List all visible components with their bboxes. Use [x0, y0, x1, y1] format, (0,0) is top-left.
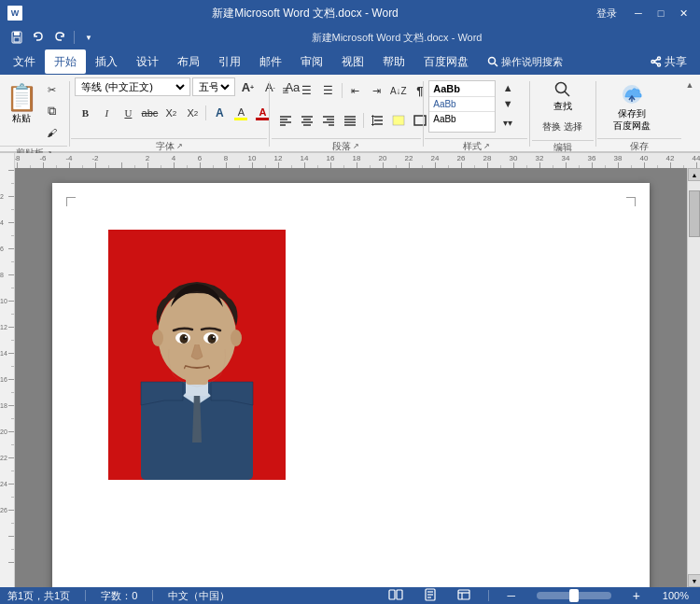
underline-button[interactable]: U	[118, 103, 138, 123]
zoom-slider-thumb[interactable]	[569, 589, 579, 602]
menu-review[interactable]: 审阅	[291, 49, 332, 74]
document-image[interactable]	[108, 230, 286, 480]
svg-point-53	[213, 336, 215, 338]
redo-button[interactable]	[50, 28, 69, 47]
font-size-select[interactable]: 五号	[195, 78, 232, 95]
decrease-indent-button[interactable]: ⇤	[345, 80, 366, 101]
save-quick-button[interactable]	[7, 28, 26, 47]
v-ruler: 2468101214161820222426	[0, 168, 15, 587]
status-sep1	[85, 590, 86, 601]
scroll-track[interactable]	[688, 181, 700, 574]
font-label: 字体 ↗	[71, 138, 267, 153]
text-highlight-button[interactable]: A	[231, 103, 251, 123]
menu-design[interactable]: 设计	[127, 49, 168, 74]
justify-button[interactable]	[340, 110, 360, 131]
doc-scroll-area[interactable]	[15, 168, 687, 587]
title-bar: W 新建Microsoft Word 文档.docx - Word 登录 ─ □…	[0, 0, 700, 26]
word-logo: W	[7, 6, 22, 21]
restore-button[interactable]: □	[651, 5, 670, 21]
svg-rect-55	[397, 590, 402, 599]
web-view-button[interactable]	[455, 588, 473, 604]
page-view-button[interactable]	[421, 588, 440, 604]
collapse-ribbon-button[interactable]: ▲	[683, 78, 696, 91]
menu-share[interactable]: 共享	[641, 49, 696, 74]
close-button[interactable]: ✕	[674, 5, 693, 21]
superscript-button[interactable]: X2	[182, 103, 203, 123]
svg-line-33	[565, 91, 569, 96]
font-color-button[interactable]: A	[252, 103, 273, 123]
styles-scroll-down[interactable]: ▼	[497, 96, 518, 111]
undo-button[interactable]	[29, 28, 48, 47]
text-effect-button[interactable]: A	[209, 103, 230, 123]
baidu-save-button[interactable]: 保存到百度网盘	[601, 79, 663, 133]
scroll-up-button[interactable]: ▲	[688, 168, 700, 181]
font-expand[interactable]: ↗	[176, 142, 183, 150]
subscript-button[interactable]: X2	[161, 103, 181, 123]
menu-view[interactable]: 视图	[332, 49, 373, 74]
qa-customize-button[interactable]: ▼	[79, 28, 98, 47]
svg-point-44	[152, 330, 163, 346]
find-button[interactable]: 查找	[539, 77, 586, 115]
bold-button[interactable]: B	[75, 103, 95, 123]
menu-search[interactable]: 操作说明搜索	[478, 49, 572, 74]
format-painter-button[interactable]: 🖌	[40, 122, 63, 143]
numbering-button[interactable]: ☰	[297, 80, 317, 101]
font-divider	[205, 105, 206, 120]
paragraph-group: ≡ ☰ ☰ ⇤ ⇥ A↓Z ¶	[272, 75, 421, 153]
styles-group: AaBb AaBb AaBb ▲ ▼ ▾▾ 样式 ↗	[425, 75, 527, 153]
increase-indent-button[interactable]: ⇥	[367, 80, 387, 101]
menu-home[interactable]: 开始	[45, 49, 86, 74]
paragraph-expand[interactable]: ↗	[353, 142, 359, 150]
shading-button[interactable]	[388, 110, 409, 131]
menu-baidu[interactable]: 百度网盘	[414, 49, 478, 74]
scroll-thumb[interactable]	[689, 190, 700, 237]
paste-button[interactable]: 📋 粘贴	[3, 77, 40, 132]
paragraph-label: 段落 ↗	[272, 138, 421, 153]
italic-button[interactable]: I	[96, 103, 117, 123]
increase-font-button[interactable]: A+	[237, 77, 258, 97]
menu-layout[interactable]: 布局	[168, 49, 209, 74]
font-size-container: 五号	[192, 77, 235, 96]
menu-insert[interactable]: 插入	[86, 49, 127, 74]
find-icon	[553, 80, 572, 99]
filename-label: 新建Microsoft Word 文档.docx - Word	[312, 31, 483, 45]
multilevel-button[interactable]: ☰	[318, 80, 339, 101]
font-name-select[interactable]: 等线 (中文正文)	[77, 78, 188, 95]
status-bar: 第1页，共1页 字数：0 中文（中国） ─ + 100%	[0, 587, 700, 604]
styles-expand[interactable]: ▾▾	[497, 112, 518, 133]
strikethrough-button[interactable]: abc	[139, 103, 160, 123]
scroll-down-button[interactable]: ▼	[688, 574, 700, 587]
minimize-button[interactable]: ─	[629, 5, 648, 21]
zoom-level[interactable]: 100%	[659, 590, 693, 601]
para-divider1	[342, 83, 343, 98]
paste-label: 粘贴	[12, 112, 31, 125]
styles-preview-box[interactable]: AaBb AaBb AaBb	[428, 80, 496, 133]
zoom-out-button[interactable]: ─	[504, 588, 519, 603]
bullets-button[interactable]: ≡	[275, 80, 296, 101]
menu-references[interactable]: 引用	[209, 49, 250, 74]
svg-point-7	[658, 63, 661, 66]
login-button[interactable]: 登录	[588, 5, 625, 21]
align-right-button[interactable]	[318, 110, 339, 131]
cut-button[interactable]: ✂	[40, 79, 63, 100]
menu-mailings[interactable]: 邮件	[250, 49, 291, 74]
select-button[interactable]: 选择	[563, 117, 583, 137]
svg-line-8	[654, 63, 658, 64]
replace-button[interactable]: 替换	[541, 117, 562, 137]
menu-help[interactable]: 帮助	[373, 49, 414, 74]
sort-button[interactable]: A↓Z	[388, 80, 409, 101]
svg-line-4	[495, 63, 497, 66]
copy-button[interactable]: ⧉	[40, 101, 63, 121]
line-spacing-button[interactable]	[367, 110, 387, 131]
zoom-in-button[interactable]: +	[629, 588, 644, 603]
styles-expand-btn[interactable]: ↗	[483, 142, 490, 150]
align-center-button[interactable]	[297, 110, 317, 131]
corner-tl	[66, 197, 76, 206]
person-svg	[113, 237, 281, 480]
menu-file[interactable]: 文件	[4, 49, 45, 74]
read-view-button[interactable]	[385, 588, 406, 604]
svg-point-32	[555, 82, 566, 92]
align-left-button[interactable]	[275, 110, 296, 131]
zoom-slider-track[interactable]	[537, 592, 611, 599]
styles-scroll-up[interactable]: ▲	[497, 80, 518, 95]
